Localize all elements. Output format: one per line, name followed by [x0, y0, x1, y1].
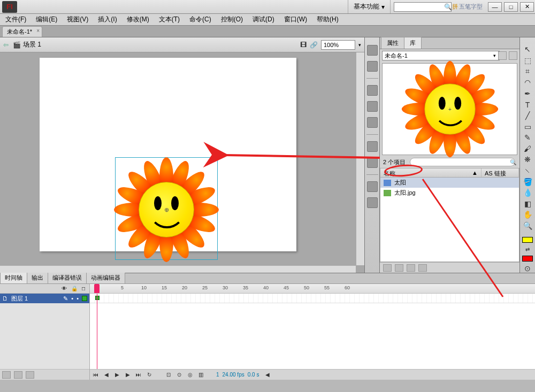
outline-icon[interactable]: □ [82, 286, 85, 291]
delete-layer-button[interactable] [26, 371, 34, 379]
prev-frame-button[interactable]: ◀ [103, 371, 110, 379]
first-frame-button[interactable]: ⏮ [92, 371, 100, 379]
tab-output[interactable]: 输出 [27, 272, 48, 283]
menu-commands[interactable]: 命令(C) [187, 14, 213, 25]
components-panel-icon[interactable] [367, 157, 378, 168]
new-library-icon[interactable] [509, 51, 517, 60]
project-panel-icon[interactable] [367, 197, 378, 208]
rectangle-tool-icon[interactable]: ▭ [522, 122, 533, 131]
info-panel-icon[interactable] [367, 101, 378, 112]
menu-modify[interactable]: 修改(M) [125, 14, 151, 25]
layer-row[interactable]: 🗋 图层 1 ✎ •• [0, 294, 89, 303]
align-panel-icon[interactable] [367, 85, 378, 96]
free-transform-tool-icon[interactable]: ⌗ [522, 67, 533, 76]
fill-color-swatch[interactable] [522, 256, 533, 262]
tab-properties[interactable]: 属性 [381, 37, 404, 49]
lasso-tool-icon[interactable]: ◠ [522, 78, 533, 87]
library-item[interactable]: 太阳 [380, 178, 519, 188]
paint-bucket-tool-icon[interactable]: 🪣 [522, 177, 533, 186]
minimize-button[interactable]: — [488, 2, 502, 12]
library-document-select[interactable] [382, 51, 500, 60]
stroke-color-swatch[interactable] [522, 237, 533, 243]
delete-button[interactable] [418, 264, 427, 272]
play-button[interactable]: ▶ [113, 371, 121, 379]
hand-tool-icon[interactable]: ✋ [522, 210, 533, 219]
subselection-tool-icon[interactable]: ⬚ [522, 56, 533, 65]
pen-tool-icon[interactable]: ✒ [522, 89, 533, 98]
zoom-input[interactable] [321, 40, 355, 50]
eraser-tool-icon[interactable]: ◧ [522, 199, 533, 209]
chevron-down-icon[interactable]: ▾ [358, 42, 361, 48]
workspace-dropdown[interactable]: 基本功能 ▾ [348, 0, 391, 13]
menu-edit[interactable]: 编辑(E) [34, 14, 59, 25]
next-frame-button[interactable]: ▶ [124, 371, 132, 379]
loop-button[interactable]: ↻ [146, 371, 153, 379]
text-tool-icon[interactable]: T [522, 100, 533, 109]
swatches-panel-icon[interactable] [367, 61, 378, 72]
col-linkage[interactable]: AS 链接 [482, 168, 519, 177]
selection-tool-icon[interactable]: ↖ [522, 45, 533, 54]
timeline-ruler[interactable]: 51015202530354045505560 [90, 284, 535, 294]
new-folder-button[interactable] [14, 371, 22, 379]
center-frame-button[interactable]: ⊡ [165, 371, 172, 379]
menu-window[interactable]: 窗口(W) [282, 14, 309, 25]
visibility-icon[interactable]: 👁 [62, 286, 67, 291]
ruler-mark: 25 [202, 285, 208, 290]
pencil-tool-icon[interactable]: ✎ [522, 133, 533, 142]
tab-compile[interactable]: 编译器错误 [48, 272, 87, 283]
new-folder-button[interactable] [395, 264, 403, 272]
eyedropper-tool-icon[interactable]: 💧 [522, 188, 533, 197]
maximize-button[interactable]: □ [504, 2, 518, 12]
menu-file[interactable]: 文件(F) [3, 14, 28, 25]
deco-tool-icon[interactable]: ❋ [522, 155, 533, 164]
edit-scene-icon[interactable]: 🎞 [300, 41, 307, 49]
snap-icon[interactable]: ⊙ [522, 264, 533, 273]
code-panel-icon[interactable] [367, 141, 378, 152]
ruler-mark: 55 [324, 285, 330, 290]
new-layer-button[interactable] [2, 371, 11, 379]
tab-timeline[interactable]: 时间轴 [0, 272, 27, 283]
library-list[interactable]: 太阳 太阳.jpg [380, 178, 519, 262]
menu-view[interactable]: 视图(V) [65, 14, 90, 25]
keyframe[interactable] [95, 296, 100, 300]
lock-icon[interactable]: 🔒 [71, 286, 78, 291]
properties-button[interactable] [407, 264, 415, 272]
close-button[interactable]: ✕ [520, 2, 534, 12]
scrollbar-vertical[interactable] [356, 52, 364, 265]
ruler-mark: 20 [182, 285, 187, 290]
library-search-input[interactable] [410, 158, 515, 166]
brush-tool-icon[interactable]: 🖌 [522, 144, 533, 153]
motion-panel-icon[interactable] [367, 181, 378, 192]
edit-multi-button[interactable]: ▥ [197, 371, 204, 379]
document-tab[interactable]: 未命名-1* × [2, 26, 42, 37]
menu-debug[interactable]: 调试(D) [250, 14, 277, 25]
transform-panel-icon[interactable] [367, 117, 378, 128]
menu-text[interactable]: 文本(T) [157, 14, 182, 25]
stage[interactable]: ⊕ [0, 52, 364, 273]
menu-help[interactable]: 帮助(H) [315, 14, 341, 25]
ruler-mark: 60 [345, 285, 350, 290]
color-panel-icon[interactable] [367, 45, 378, 56]
back-icon[interactable]: ⇦ [3, 41, 9, 49]
playhead[interactable] [94, 284, 100, 294]
line-tool-icon[interactable]: ╱ [522, 111, 533, 120]
frame-row[interactable] [90, 294, 535, 303]
onion-outline-button[interactable]: ◎ [186, 371, 194, 379]
onion-skin-button[interactable]: ⊙ [175, 371, 183, 379]
search-input[interactable] [394, 2, 452, 12]
chevron-down-icon[interactable]: ▾ [493, 53, 496, 58]
last-frame-button[interactable]: ⏭ [135, 371, 142, 379]
close-tab-icon[interactable]: × [36, 28, 40, 34]
menu-control[interactable]: 控制(O) [219, 14, 245, 25]
tab-motion[interactable]: 动画编辑器 [86, 272, 125, 283]
bone-tool-icon[interactable]: ⟍ [522, 166, 533, 175]
menu-insert[interactable]: 插入(I) [96, 14, 119, 25]
pin-icon[interactable] [498, 51, 507, 60]
new-symbol-button[interactable] [383, 264, 392, 272]
edit-symbol-icon[interactable]: 🔗 [310, 41, 318, 49]
tab-library[interactable]: 库 [404, 37, 422, 49]
library-item[interactable]: 太阳.jpg [380, 188, 519, 198]
scrollbar-horizontal[interactable] [0, 265, 356, 273]
zoom-tool-icon[interactable]: 🔍 [522, 221, 533, 230]
swap-colors-icon[interactable]: ⇄ [522, 245, 533, 254]
